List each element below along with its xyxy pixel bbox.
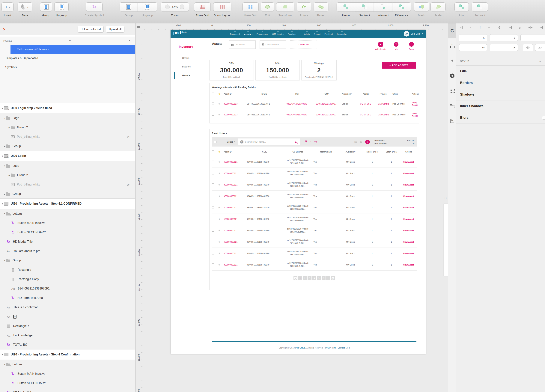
- cell-imsi[interactable]: 082943050739393970: [283, 103, 312, 105]
- star-icon[interactable]: ★: [218, 92, 221, 95]
- subtract-icon[interactable]: [355, 2, 374, 11]
- show-layout-icon[interactable]: [213, 2, 231, 11]
- warnings-table-row[interactable]: ★#00000000123984405521161393970F10829430…: [212, 98, 417, 109]
- hidden-eye-icon[interactable]: ⊘: [127, 183, 130, 187]
- row-checkbox[interactable]: [212, 195, 214, 197]
- annotation-icon[interactable]: [448, 83, 456, 98]
- star-icon[interactable]: ★: [218, 113, 221, 116]
- style-section-inner-shadows[interactable]: Inner Shadows: [456, 100, 545, 112]
- pagination-page-[interactable]: ...: [326, 276, 330, 280]
- nav-item-knowledge[interactable]: ▦Knowledge: [337, 31, 347, 37]
- layer-item-i-acknowledge[interactable]: AaI acknowledge .: [0, 331, 135, 340]
- star-icon[interactable]: ★: [218, 150, 221, 153]
- column-header-availability[interactable]: Availability: [339, 151, 363, 153]
- row-checkbox[interactable]: [212, 229, 214, 232]
- layer-artboard-ui00-login[interactable]: ▼UI00 Login: [0, 151, 135, 161]
- blur-toggle[interactable]: [542, 116, 545, 120]
- canvas[interactable]: -20002004006008001.0001.200 10.20010.400…: [136, 24, 448, 392]
- row-checkbox[interactable]: [212, 184, 214, 186]
- asset-history-row[interactable]: ★#00000000121984405111081684319F0ad92731…: [212, 168, 417, 179]
- asset-history-row[interactable]: ★#00000000121984405111081684319F0ad92731…: [212, 156, 417, 168]
- layer-item-button-secondary[interactable]: ↻Button SECONDARY: [0, 379, 135, 388]
- cell-asset-id[interactable]: #00000000123: [224, 114, 247, 116]
- select-dropdown[interactable]: Select ▼: [227, 141, 235, 143]
- cell-asset-id[interactable]: #00000000121: [224, 264, 247, 266]
- sort-icon[interactable]: ↕: [233, 151, 234, 153]
- layer-artboard-ui00-login-step-2-fields-filled[interactable]: ▼UI00 Login step 2 fields filled: [0, 103, 135, 113]
- union-icon[interactable]: [337, 2, 355, 11]
- row-checkbox[interactable]: [212, 172, 214, 174]
- nav-item-ota-updates[interactable]: ▦OTA Updates: [272, 31, 284, 37]
- asset-history-row[interactable]: ★#00000000121984405111081684319F0ad92731…: [212, 248, 417, 259]
- nav-item-admin[interactable]: ▦Admin: [304, 31, 310, 37]
- star-icon[interactable]: ★: [218, 160, 221, 163]
- star-icon[interactable]: ★: [218, 218, 221, 220]
- page-item-symbols[interactable]: Symbols: [0, 63, 135, 72]
- add-page-icon[interactable]: +: [67, 39, 73, 43]
- cell-asset-id[interactable]: #00000000121: [224, 252, 247, 254]
- align-middle-vertical-icon[interactable]: [528, 26, 533, 29]
- more-options-icon[interactable]: ⋮: [479, 26, 480, 29]
- hidden-eye-icon[interactable]: ⊘: [127, 135, 130, 139]
- width-field[interactable]: W: [459, 44, 487, 51]
- column-header-actions[interactable]: Actions: [402, 151, 417, 153]
- align-top-icon[interactable]: [518, 26, 522, 29]
- disclosure-icon[interactable]: ▶: [3, 193, 6, 195]
- column-header-model-id-fk[interactable]: Model ID FK: [363, 151, 382, 153]
- layer-item-rectangle-7[interactable]: Rectangle 7: [0, 321, 135, 331]
- nav-item-dashboard[interactable]: ▦Dashboard: [230, 31, 240, 37]
- toolbar-data-button[interactable]: ⌄Data: [18, 2, 32, 17]
- toolbar-ungroup-button[interactable]: Ungroup: [54, 2, 68, 17]
- disclosure-icon[interactable]: ▶: [3, 145, 6, 147]
- row-checkbox[interactable]: [212, 161, 214, 163]
- zoom-out-button[interactable]: −: [165, 5, 170, 9]
- layer-item-hd-form-text-area[interactable]: ↻HD Form Text Area: [0, 293, 135, 303]
- column-header-iccid[interactable]: ICCID: [247, 93, 283, 95]
- cell-provider[interactable]: CardCentric: [376, 114, 392, 116]
- view-asset-link[interactable]: View Asset: [402, 218, 417, 220]
- star-icon[interactable]: ★: [218, 240, 221, 243]
- disclosure-icon[interactable]: ▼: [1, 354, 4, 356]
- column-header-asset-id[interactable]: Asset ID↕: [224, 151, 247, 153]
- insert-icon[interactable]: +⌄: [1, 2, 13, 11]
- toolbar-show-layout-button[interactable]: Show Layout: [213, 2, 231, 17]
- cell-applet[interactable]: CC-MI 1.8.2: [357, 103, 376, 105]
- layer-item-buttons[interactable]: ▼buttons: [0, 360, 135, 369]
- rotation-field[interactable]: [520, 34, 545, 41]
- toolbar-difference-button[interactable]: Difference: [392, 2, 411, 17]
- privacy-term-link[interactable]: Privacy Term: [324, 347, 336, 349]
- view-asset-link[interactable]: View Asset: [402, 264, 417, 266]
- row-checkbox[interactable]: [212, 241, 214, 243]
- side-nav-assets[interactable]: Assets: [182, 74, 191, 77]
- search-icon[interactable]: [295, 141, 297, 143]
- help-button[interactable]: ?Help: [388, 39, 404, 53]
- mail-icon[interactable]: ✉: [354, 140, 357, 144]
- x-field[interactable]: X: [459, 34, 487, 41]
- star-icon[interactable]: ★: [218, 172, 221, 175]
- layer-item-button-secondary[interactable]: ↻Button SECONDARY: [0, 228, 135, 237]
- distribute-horizontally-icon[interactable]: [458, 26, 463, 29]
- style-section-blurs[interactable]: Blurs: [456, 112, 545, 123]
- pagination-page-6[interactable]: 6: [322, 276, 326, 280]
- disclosure-icon[interactable]: ▼: [1, 107, 4, 109]
- upload-all-button[interactable]: Upload all: [106, 26, 124, 32]
- hexagon-plugin-icon[interactable]: [448, 68, 456, 83]
- layer-item-total-bg[interactable]: ↻TOTAL BG: [0, 340, 135, 349]
- asset-history-row[interactable]: ★#00000000121984405111081684319F0ad92731…: [212, 259, 417, 270]
- table-view-icon[interactable]: [314, 141, 317, 143]
- refresh-icon[interactable]: ↻: [360, 140, 362, 144]
- lightning-icon[interactable]: [448, 53, 456, 68]
- layer-item-rectangle-copy[interactable]: Rectangle Copy: [0, 275, 135, 284]
- cell-asset-id[interactable]: #00000000121: [224, 207, 247, 209]
- difference-icon[interactable]: [392, 2, 411, 11]
- row-checkbox[interactable]: [212, 206, 214, 209]
- view-asset-link[interactable]: View Asset: [402, 252, 417, 254]
- pagination-prev-button[interactable]: ←: [293, 276, 297, 280]
- disclosure-icon[interactable]: ▶: [8, 174, 11, 176]
- layer-item-hd-modal-title[interactable]: ↻HD Modal Title: [0, 237, 135, 246]
- disclosure-icon[interactable]: ▼: [3, 117, 6, 119]
- column-header-imsi[interactable]: IMSI: [283, 93, 312, 95]
- page-item-templates-deprecated[interactable]: Templates & Deprecated: [0, 54, 135, 63]
- disclosure-icon[interactable]: ▼: [3, 259, 6, 262]
- align-left-icon[interactable]: [487, 26, 491, 29]
